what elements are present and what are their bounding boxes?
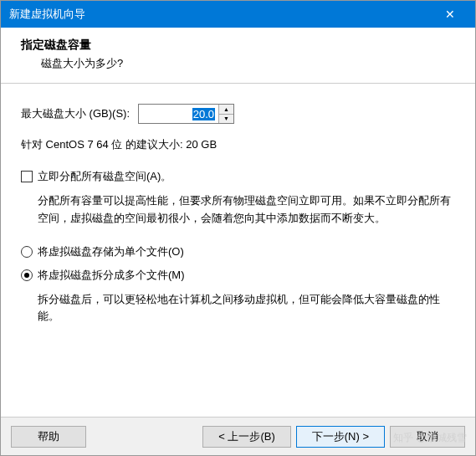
- disk-size-label: 最大磁盘大小 (GB)(S):: [21, 106, 130, 121]
- split-files-radio[interactable]: [21, 269, 33, 281]
- allocate-now-description: 分配所有容量可以提高性能，但要求所有物理磁盘空间立即可用。如果不立即分配所有空间…: [38, 192, 455, 228]
- page-title: 指定磁盘容量: [21, 38, 455, 53]
- titlebar: 新建虚拟机向导 ✕: [1, 1, 475, 28]
- cancel-button[interactable]: 取消: [390, 426, 465, 448]
- split-files-description: 拆分磁盘后，可以更轻松地在计算机之间移动虚拟机，但可能会降低大容量磁盘的性能。: [38, 291, 455, 326]
- wizard-footer: 帮助 < 上一步(B) 下一步(N) > 取消: [1, 417, 475, 455]
- help-button[interactable]: 帮助: [11, 426, 86, 448]
- spinner-down-icon[interactable]: ▼: [219, 115, 233, 124]
- back-button[interactable]: < 上一步(B): [202, 426, 291, 448]
- allocate-now-checkbox-row: 立即分配所有磁盘空间(A)。: [21, 169, 455, 184]
- split-files-label: 将虚拟磁盘拆分成多个文件(M): [38, 268, 185, 283]
- next-button[interactable]: 下一步(N) >: [296, 426, 385, 448]
- content-area: 最大磁盘大小 (GB)(S): 20.0 ▲ ▼ 针对 CentOS 7 64 …: [1, 84, 475, 325]
- recommended-size-text: 针对 CentOS 7 64 位 的建议大小: 20 GB: [21, 137, 455, 152]
- disk-size-input[interactable]: 20.0: [139, 105, 218, 123]
- allocate-now-checkbox[interactable]: [21, 171, 33, 182]
- disk-size-spinner[interactable]: 20.0 ▲ ▼: [138, 104, 234, 124]
- single-file-radio[interactable]: [21, 246, 33, 258]
- disk-size-row: 最大磁盘大小 (GB)(S): 20.0 ▲ ▼: [21, 104, 455, 124]
- page-subtitle: 磁盘大小为多少?: [41, 56, 455, 71]
- single-file-label: 将虚拟磁盘存储为单个文件(O): [38, 244, 184, 259]
- spinner-up-icon[interactable]: ▲: [219, 105, 233, 115]
- close-icon[interactable]: ✕: [433, 1, 467, 28]
- single-file-radio-row: 将虚拟磁盘存储为单个文件(O): [21, 244, 455, 259]
- split-files-radio-row: 将虚拟磁盘拆分成多个文件(M): [21, 268, 455, 283]
- wizard-header: 指定磁盘容量 磁盘大小为多少?: [1, 28, 475, 84]
- allocate-now-label: 立即分配所有磁盘空间(A)。: [38, 169, 171, 184]
- window-title: 新建虚拟机向导: [9, 7, 85, 22]
